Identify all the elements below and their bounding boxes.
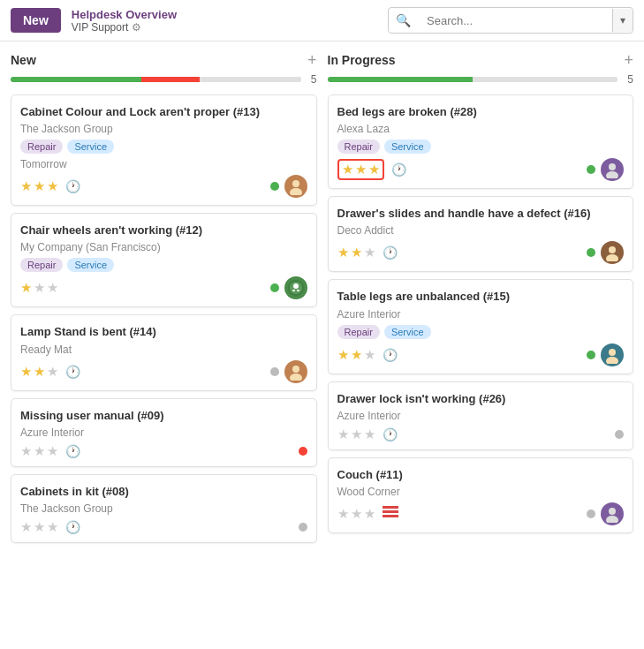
status-dot: [587, 509, 595, 518]
star-filled[interactable]: ★: [20, 178, 32, 194]
star-empty[interactable]: ★: [20, 443, 32, 459]
kanban-card[interactable]: Table legs are unbalanced (#15)Azure Int…: [328, 279, 634, 374]
card-stars[interactable]: ★★★: [20, 443, 58, 459]
card-footer: ★★★🕐: [337, 241, 625, 264]
status-dot: [270, 367, 279, 376]
card-tag: Service: [384, 325, 431, 339]
col-title-in-progress: In Progress: [328, 53, 396, 67]
card-company: The Jackson Group: [20, 502, 307, 515]
star-empty[interactable]: ★: [47, 519, 58, 535]
card-stars[interactable]: ★★★: [337, 347, 375, 363]
kanban-card[interactable]: Couch (#11)Wood Corner★★★: [328, 457, 634, 533]
star-empty[interactable]: ★: [47, 443, 58, 459]
col-count: 5: [307, 73, 317, 86]
star-filled[interactable]: ★: [368, 162, 380, 177]
star-filled[interactable]: ★: [20, 364, 32, 380]
card-stars[interactable]: ★★★: [337, 245, 375, 260]
star-filled[interactable]: ★: [34, 364, 45, 380]
clock-icon: 🕐: [65, 179, 80, 193]
avatar: [601, 158, 624, 181]
clock-icon: 🕐: [65, 365, 80, 379]
star-filled[interactable]: ★: [337, 245, 349, 260]
svg-point-7: [290, 374, 302, 381]
star-empty[interactable]: ★: [351, 426, 362, 442]
card-stars[interactable]: ★★★: [20, 519, 58, 535]
star-filled[interactable]: ★: [20, 280, 32, 296]
card-title: Drawer lock isn't working (#26): [337, 391, 625, 407]
star-empty[interactable]: ★: [337, 426, 349, 442]
gear-icon[interactable]: ⚙: [132, 21, 141, 34]
card-footer-right: [270, 175, 307, 198]
kanban-card[interactable]: Drawer's slides and handle have a defect…: [328, 196, 634, 272]
card-tag: Repair: [337, 140, 380, 154]
search-dropdown-button[interactable]: ▾: [612, 9, 633, 32]
star-empty[interactable]: ★: [47, 280, 58, 296]
star-filled[interactable]: ★: [34, 178, 45, 194]
card-footer: ★★★🕐: [20, 175, 307, 198]
status-dot: [587, 351, 595, 359]
card-company: Deco Addict: [337, 224, 625, 237]
card-stars-wrap: ★★★🕐: [20, 178, 80, 194]
kanban-card[interactable]: Missing user manual (#09)Azure Interior★…: [11, 398, 317, 467]
topbar: New Helpdesk Overview VIP Support ⚙ 🔍 ▾: [0, 0, 644, 42]
card-footer: ★★★🕐: [20, 443, 307, 459]
star-filled[interactable]: ★: [355, 162, 367, 177]
search-input[interactable]: [418, 9, 612, 33]
svg-rect-16: [383, 515, 398, 517]
card-footer: ★★★: [337, 502, 625, 525]
kanban-card[interactable]: Chair wheels aren't working (#12)My Comp…: [11, 213, 317, 307]
card-footer-right: [587, 343, 624, 366]
card-footer: ★★★🕐: [337, 343, 625, 366]
card-company: Azure Interior: [337, 308, 625, 321]
card-stars[interactable]: ★★★: [337, 159, 384, 180]
star-empty[interactable]: ★: [364, 347, 375, 363]
kanban-card[interactable]: Drawer lock isn't working (#26)Azure Int…: [328, 381, 634, 450]
clock-icon: 🕐: [391, 162, 406, 177]
star-filled[interactable]: ★: [351, 245, 362, 260]
card-company: Alexa Laza: [337, 123, 625, 135]
star-empty[interactable]: ★: [337, 506, 349, 522]
star-empty[interactable]: ★: [364, 245, 375, 260]
kanban-card[interactable]: Cabinets in kit (#08)The Jackson Group★★…: [11, 474, 317, 543]
progress-bar-in-progress: 5: [328, 73, 634, 86]
card-stars[interactable]: ★★★: [20, 280, 58, 296]
status-dot: [299, 523, 307, 532]
col-add-button-new[interactable]: +: [307, 52, 317, 68]
card-footer-right: [587, 158, 624, 181]
star-empty[interactable]: ★: [34, 519, 45, 535]
star-empty[interactable]: ★: [364, 426, 375, 442]
card-footer-right: [615, 430, 624, 439]
kanban-card[interactable]: Bed legs are broken (#28)Alexa LazaRepai…: [328, 94, 634, 189]
clock-icon: 🕐: [383, 245, 398, 260]
star-filled[interactable]: ★: [342, 162, 353, 177]
star-empty[interactable]: ★: [20, 519, 32, 535]
star-empty[interactable]: ★: [364, 506, 375, 522]
avatar: [284, 276, 307, 299]
star-empty[interactable]: ★: [351, 506, 362, 522]
search-icon: 🔍: [389, 8, 418, 33]
star-empty[interactable]: ★: [47, 364, 58, 380]
card-title: Missing user manual (#09): [20, 408, 307, 424]
kanban-card[interactable]: Lamp Stand is bent (#14)Ready Mat★★★🕐: [11, 314, 317, 390]
star-filled[interactable]: ★: [351, 347, 362, 363]
svg-rect-14: [383, 506, 398, 509]
star-filled[interactable]: ★: [337, 347, 349, 363]
avatar: [601, 241, 624, 264]
star-empty[interactable]: ★: [34, 443, 45, 459]
card-footer: ★★★🕐: [337, 158, 625, 181]
clock-icon: 🕐: [65, 520, 80, 534]
card-title: Bed legs are broken (#28): [337, 104, 625, 120]
svg-rect-4: [292, 290, 295, 291]
card-tags: RepairService: [20, 140, 307, 154]
new-button[interactable]: New: [11, 8, 61, 33]
card-stars[interactable]: ★★★: [337, 506, 375, 522]
card-stars[interactable]: ★★★: [337, 426, 375, 442]
card-stars[interactable]: ★★★: [20, 364, 58, 380]
col-add-button-in-progress[interactable]: +: [624, 52, 633, 68]
star-filled[interactable]: ★: [47, 178, 58, 194]
star-empty[interactable]: ★: [34, 280, 45, 296]
clock-icon: 🕐: [65, 444, 80, 458]
card-stars[interactable]: ★★★: [20, 178, 58, 194]
status-dot: [270, 182, 279, 191]
kanban-card[interactable]: Cabinet Colour and Lock aren't proper (#…: [11, 94, 317, 206]
